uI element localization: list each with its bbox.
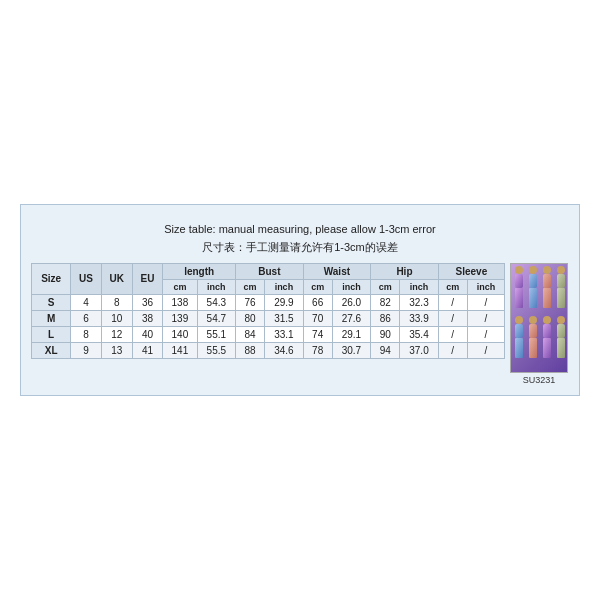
size-table-container: Size table: manual measuring, please all… bbox=[20, 204, 580, 395]
svg-point-21 bbox=[557, 316, 565, 324]
size-table: Size US UK EU length Bust Waist Hip Slee… bbox=[31, 263, 505, 359]
table-row: XL9134114155.58834.67830.79437.0// bbox=[32, 342, 505, 358]
svg-rect-5 bbox=[529, 288, 537, 308]
col-bust-inch: inch bbox=[265, 279, 303, 294]
svg-rect-8 bbox=[543, 288, 551, 308]
svg-rect-7 bbox=[543, 274, 551, 288]
col-length-inch: inch bbox=[197, 279, 235, 294]
svg-rect-19 bbox=[543, 324, 551, 338]
col-hip: Hip bbox=[371, 263, 439, 279]
col-waist: Waist bbox=[303, 263, 371, 279]
svg-point-3 bbox=[529, 266, 537, 274]
svg-rect-10 bbox=[557, 274, 565, 288]
table-row: S483613854.37629.96626.08232.3// bbox=[32, 294, 505, 310]
svg-point-9 bbox=[557, 266, 565, 274]
title-chinese: 尺寸表：手工测量请允许有1-3cm的误差 bbox=[35, 239, 565, 257]
svg-point-18 bbox=[543, 316, 551, 324]
product-svg bbox=[511, 264, 567, 372]
svg-rect-17 bbox=[529, 338, 537, 358]
col-waist-inch: inch bbox=[332, 279, 370, 294]
svg-rect-4 bbox=[529, 274, 537, 288]
svg-point-12 bbox=[515, 316, 523, 324]
svg-rect-23 bbox=[557, 338, 565, 358]
col-length: length bbox=[163, 263, 236, 279]
col-uk: UK bbox=[101, 263, 132, 294]
table-title-area: Size table: manual measuring, please all… bbox=[31, 215, 569, 262]
svg-rect-14 bbox=[515, 338, 523, 358]
svg-rect-2 bbox=[515, 288, 523, 308]
title-english: Size table: manual measuring, please all… bbox=[35, 221, 565, 239]
svg-point-0 bbox=[515, 266, 523, 274]
col-us: US bbox=[71, 263, 101, 294]
col-sleeve: Sleeve bbox=[438, 263, 504, 279]
svg-rect-1 bbox=[515, 274, 523, 288]
col-sleeve-cm: cm bbox=[438, 279, 467, 294]
product-code: SU3231 bbox=[523, 375, 556, 385]
svg-rect-20 bbox=[543, 338, 551, 358]
svg-point-6 bbox=[543, 266, 551, 274]
svg-point-15 bbox=[529, 316, 537, 324]
col-bust-cm: cm bbox=[236, 279, 265, 294]
col-length-cm: cm bbox=[163, 279, 197, 294]
svg-rect-16 bbox=[529, 324, 537, 338]
col-size: Size bbox=[32, 263, 71, 294]
col-hip-inch: inch bbox=[400, 279, 438, 294]
col-hip-cm: cm bbox=[371, 279, 400, 294]
product-image-area: SU3231 bbox=[509, 263, 569, 385]
table-wrapper: Size US UK EU length Bust Waist Hip Slee… bbox=[31, 263, 569, 385]
svg-rect-11 bbox=[557, 288, 565, 308]
table-row: L8124014055.18433.17429.19035.4// bbox=[32, 326, 505, 342]
col-eu: EU bbox=[132, 263, 162, 294]
col-waist-cm: cm bbox=[303, 279, 332, 294]
product-thumbnail bbox=[510, 263, 568, 373]
col-bust: Bust bbox=[236, 263, 304, 279]
table-row: M6103813954.78031.57027.68633.9// bbox=[32, 310, 505, 326]
svg-rect-13 bbox=[515, 324, 523, 338]
col-sleeve-inch: inch bbox=[467, 279, 504, 294]
svg-rect-22 bbox=[557, 324, 565, 338]
